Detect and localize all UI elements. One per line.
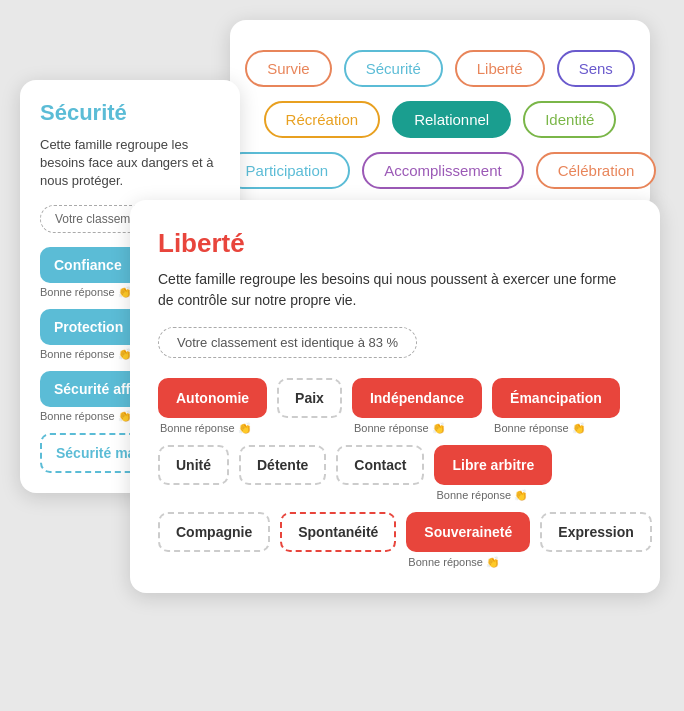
chip-survie[interactable]: Survie (245, 50, 332, 87)
chip-celebration[interactable]: Célébration (536, 152, 657, 189)
liberte-card: Liberté Cette famille regroupe les besoi… (130, 200, 660, 593)
chip-spontaneite[interactable]: Spontanéité (280, 512, 396, 552)
categories-row-2: Récréation Relationnel Identité (254, 101, 626, 138)
bonne-emancipation: Bonne réponse 👏 (492, 422, 586, 435)
categories-row-1: Survie Sécurité Liberté Sens (254, 50, 626, 87)
item-autonomie: Autonomie Bonne réponse 👏 (158, 378, 267, 435)
liberte-description: Cette famille regroupe les besoins qui n… (158, 269, 632, 311)
bonne-affective: Bonne réponse 👏 (40, 410, 132, 423)
bonne-autonomie: Bonne réponse 👏 (158, 422, 252, 435)
categories-card: Survie Sécurité Liberté Sens Récréation … (230, 20, 650, 213)
chip-detente[interactable]: Détente (239, 445, 326, 485)
item-unite: Unité (158, 445, 229, 485)
chip-autonomie[interactable]: Autonomie (158, 378, 267, 418)
item-souverainete: Souveraineté Bonne réponse 👏 (406, 512, 530, 569)
item-emancipation: Émancipation Bonne réponse 👏 (492, 378, 620, 435)
chip-accomplissement[interactable]: Accomplissement (362, 152, 524, 189)
item-paix: Paix (277, 378, 342, 418)
categories-grid: Survie Sécurité Liberté Sens Récréation … (254, 50, 626, 189)
chip-emancipation[interactable]: Émancipation (492, 378, 620, 418)
chip-sens[interactable]: Sens (557, 50, 635, 87)
liberte-title: Liberté (158, 228, 632, 259)
chip-liberte[interactable]: Liberté (455, 50, 545, 87)
chip-compagnie[interactable]: Compagnie (158, 512, 270, 552)
securite-title: Sécurité (40, 100, 220, 126)
chip-participation[interactable]: Participation (224, 152, 351, 189)
categories-row-3: Participation Accomplissement Célébratio… (254, 152, 626, 189)
bonne-independance: Bonne réponse 👏 (352, 422, 446, 435)
item-compagnie: Compagnie (158, 512, 270, 552)
chip-contact[interactable]: Contact (336, 445, 424, 485)
item-independance: Indépendance Bonne réponse 👏 (352, 378, 482, 435)
liberte-grid: Autonomie Bonne réponse 👏 Paix Indépenda… (158, 378, 632, 569)
securite-description: Cette famille regroupe les besoins face … (40, 136, 220, 191)
item-contact: Contact (336, 445, 424, 485)
chip-relationnel[interactable]: Relationnel (392, 101, 511, 138)
item-detente: Détente (239, 445, 326, 485)
liberte-score: Votre classement est identique à 83 % (158, 327, 417, 358)
item-libre-arbitre: Libre arbitre Bonne réponse 👏 (434, 445, 552, 502)
bonne-protection: Bonne réponse 👏 (40, 348, 132, 361)
chip-libre-arbitre[interactable]: Libre arbitre (434, 445, 552, 485)
chip-recreation[interactable]: Récréation (264, 101, 381, 138)
chip-expression[interactable]: Expression (540, 512, 651, 552)
item-expression: Expression (540, 512, 651, 552)
chip-independance[interactable]: Indépendance (352, 378, 482, 418)
bonne-confiance: Bonne réponse 👏 (40, 286, 132, 299)
chip-paix[interactable]: Paix (277, 378, 342, 418)
chip-souverainete[interactable]: Souveraineté (406, 512, 530, 552)
item-spontaneite: Spontanéité (280, 512, 396, 552)
liberte-row-2: Unité Détente Contact Libre arbitre Bonn… (158, 445, 632, 502)
chip-identite[interactable]: Identité (523, 101, 616, 138)
liberte-row-3: Compagnie Spontanéité Souveraineté Bonne… (158, 512, 632, 569)
bonne-libre-arbitre: Bonne réponse 👏 (434, 489, 528, 502)
chip-securite[interactable]: Sécurité (344, 50, 443, 87)
liberte-row-1: Autonomie Bonne réponse 👏 Paix Indépenda… (158, 378, 632, 435)
chip-unite[interactable]: Unité (158, 445, 229, 485)
bonne-souverainete: Bonne réponse 👏 (406, 556, 500, 569)
